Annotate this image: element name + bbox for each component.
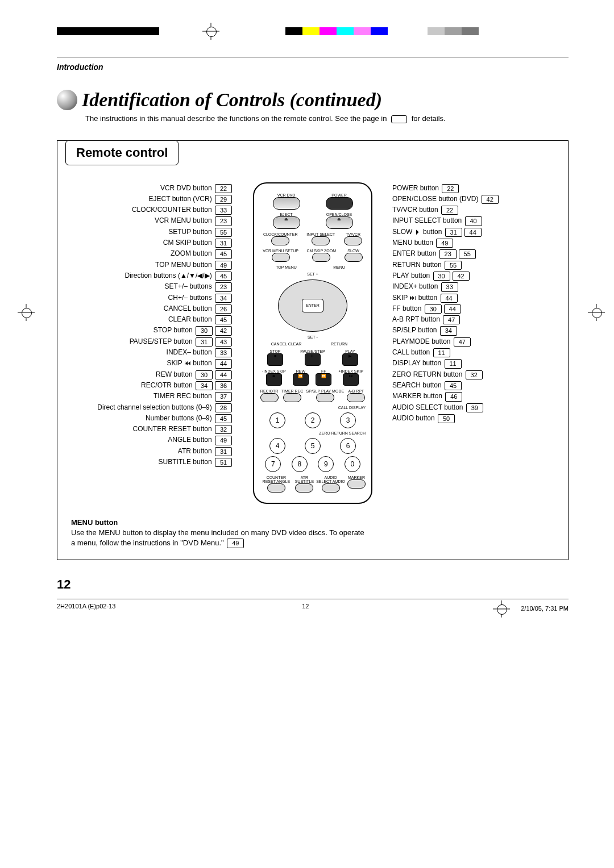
callout-label: OPEN/CLOSE button (DVD) (392, 195, 480, 203)
page-ref: 30 (196, 370, 213, 379)
callout-item: CLEAR button 45 (63, 315, 233, 324)
page-ref: 33 (441, 282, 458, 291)
callout-item: REC/OTR button 3436 (63, 381, 233, 390)
callout-label: PLAY button (392, 272, 432, 279)
callout-label: SUBTITLE button (159, 458, 214, 466)
page-ref: 45 (215, 414, 232, 423)
callout-item: Direct channel selection buttons (0–9) 2… (63, 403, 233, 412)
intro-text: The instructions in this manual describe… (85, 114, 569, 123)
callout-label: REC/OTR button (141, 381, 194, 389)
callout-label: ZERO RETURN button (392, 370, 464, 378)
page-ref: 32 (215, 425, 232, 434)
callout-label: AUDIO SELECT button (392, 403, 465, 411)
page-ref: 50 (438, 414, 455, 423)
callout-item: PLAY button 3042 (392, 272, 562, 281)
callout-label: ENTER button (392, 250, 438, 258)
footer-center: 12 (302, 603, 309, 615)
left-callouts: VCR DVD button 22EJECT button (VCR) 29CL… (63, 182, 239, 504)
callout-item: ZERO RETURN button 32 (392, 370, 562, 379)
callout-item: COUNTER RESET button 32 (63, 425, 233, 434)
callout-item: VCR MENU button 23 (63, 216, 233, 226)
page-ref: 55 (445, 261, 462, 270)
callout-label: Direction buttons (▲/▼/◀/▶) (125, 272, 214, 279)
callout-label: INPUT SELECT button (392, 217, 464, 225)
registration-mark-icon (20, 306, 32, 319)
callout-label: DISPLAY button (392, 360, 443, 368)
callout-label: CLEAR button (168, 315, 214, 323)
right-callouts: POWER button 22OPEN/CLOSE button (DVD) 4… (387, 182, 562, 504)
dpad-icon (278, 279, 347, 332)
sub-heading: Remote control (65, 140, 179, 165)
callout-label: SETUP button (168, 228, 214, 236)
callout-item: VCR DVD button 22 (63, 184, 233, 193)
color-swatches (285, 27, 388, 35)
callout-label: FF button (392, 304, 424, 312)
callout-item: MARKER button 46 (392, 392, 562, 401)
page-ref: 34 (196, 381, 213, 390)
page-ref: 55 (215, 228, 232, 237)
page-ref: 44 (215, 359, 232, 368)
registration-mark-icon (495, 603, 508, 615)
callout-item: RETURN button 55 (392, 261, 562, 270)
page-ref: 44 (215, 370, 232, 379)
callout-item: SLOW ⏵ button 3144 (392, 228, 562, 237)
callout-label: RETURN button (392, 261, 443, 269)
callout-label: AUDIO button (392, 414, 437, 422)
callout-item: ZOOM button 45 (63, 249, 233, 258)
callout-item: ENTER button 2355 (392, 249, 562, 258)
callout-item: SUBTITLE button 51 (63, 458, 233, 467)
callout-label: Direct channel selection buttons (0–9) (97, 403, 214, 411)
page-ref-icon (391, 115, 407, 123)
page-ref: 22 (441, 206, 458, 215)
callout-label: POWER button (392, 184, 441, 192)
page-ref: 49 (436, 239, 453, 248)
page-ref: 22 (215, 184, 232, 193)
page-ref: 45 (215, 272, 232, 281)
callout-item: SKIP ⏮ button 44 (63, 359, 233, 368)
callout-label: EJECT button (VCR) (149, 195, 214, 203)
page-ref: 37 (215, 392, 232, 401)
callout-label: MARKER button (392, 393, 444, 400)
page-ref: 39 (466, 403, 483, 412)
callout-label: ATR button (178, 447, 214, 455)
page-ref: 47 (454, 337, 471, 347)
page-title: Identification of Controls (continued) (82, 89, 382, 111)
page-ref: 45 (445, 381, 462, 390)
callout-label: TV/VCR button (392, 206, 440, 214)
callout-label: REW button (156, 370, 194, 378)
callout-item: PLAYMODE button 47 (392, 337, 562, 347)
callout-label: CH+/– buttons (168, 294, 214, 302)
callout-label: VCR DVD button (160, 184, 214, 192)
page-ref: 49 (215, 436, 232, 445)
page-ref: 44 (444, 304, 461, 314)
callout-item: SKIP ⏭ button 44 (392, 294, 562, 303)
callout-label: TIMER REC button (154, 393, 214, 400)
callout-label: ANGLE button (168, 436, 214, 444)
callout-item: AUDIO SELECT button 39 (392, 403, 562, 412)
callout-label: CLOCK/COUNTER button (132, 206, 214, 214)
page-ref: 49 (215, 261, 232, 270)
callout-label: SKIP ⏮ button (167, 360, 214, 368)
page-ref: 42 (453, 272, 470, 281)
page-ref: 31 (196, 337, 213, 347)
callout-item: PAUSE/STEP button 3143 (63, 337, 233, 347)
callout-item: CANCEL button 26 (63, 304, 233, 314)
page-ref: 55 (459, 249, 476, 258)
page-ref: 29 (215, 195, 232, 204)
page-ref: 23 (439, 249, 457, 258)
callout-item: REW button 3044 (63, 370, 233, 379)
title-bullet-icon (57, 90, 77, 110)
callout-label: INDEX+ button (392, 283, 440, 291)
callout-label: SLOW ⏵ button (392, 228, 444, 236)
page-ref: 23 (215, 282, 232, 291)
callout-item: CM SKIP button 31 (63, 239, 233, 248)
page-ref: 33 (215, 348, 232, 357)
registration-mark-icon (205, 25, 217, 37)
page-ref: 30 (425, 304, 442, 314)
page-ref: 44 (464, 228, 482, 237)
callout-item: INDEX– button 33 (63, 348, 233, 357)
page-ref: 30 (433, 272, 450, 281)
page-ref: 45 (215, 249, 232, 258)
footer-right: 2/10/05, 7:31 PM (521, 605, 569, 612)
callout-item: MENU button 49 (392, 239, 562, 248)
